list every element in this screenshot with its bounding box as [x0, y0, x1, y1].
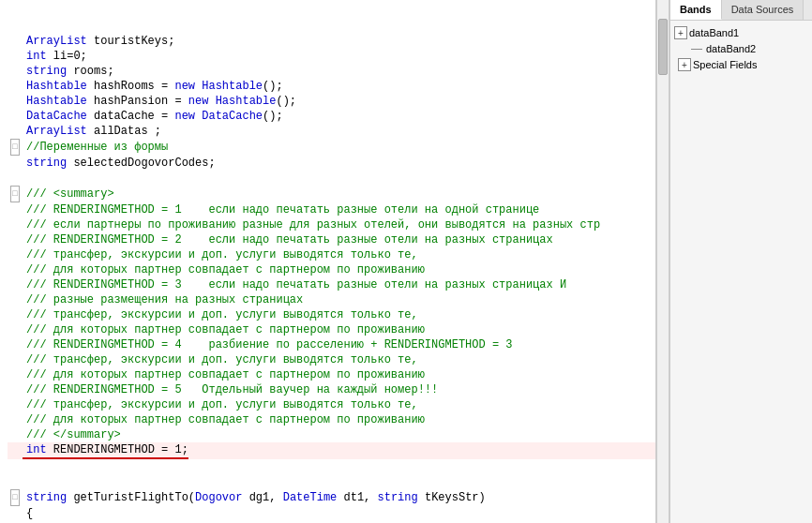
scrollbar[interactable] [656, 0, 669, 523]
line-text: string getTuristFlightTo(Dogovor dg1, Da… [23, 490, 486, 505]
code-line: /// трансфер, экскурсии и доп. услуги вы… [8, 247, 655, 262]
code-line: /// для которых партнер совпадает с парт… [8, 322, 655, 337]
code-line: /// трансфер, экскурсии и доп. услуги вы… [8, 352, 655, 367]
tree-child-line [691, 49, 702, 50]
code-line: /// для которых партнер совпадает с парт… [8, 412, 655, 427]
scrollbar-thumb[interactable] [658, 19, 668, 75]
code-line: /// для которых партнер совпадает с парт… [8, 367, 655, 382]
line-text: Hashtable hashPansion = new Hashtable(); [23, 94, 296, 109]
line-text: ArrayList allDatas ; [23, 124, 161, 139]
line-text: /// RENDERINGMETHOD = 4 разбиение по рас… [23, 337, 512, 352]
code-content: ArrayList touristKeys;int li=0;string ro… [0, 0, 655, 523]
tree-expand-icon[interactable]: + [674, 26, 687, 39]
tree-label-databand1: dataBand1 [689, 27, 739, 38]
line-text: string selectedDogovorCodes; [23, 156, 216, 171]
code-line [8, 171, 655, 186]
code-line: /// RENDERINGMETHOD = 3 если надо печата… [8, 277, 655, 292]
code-line: □//Переменные из формы [8, 139, 655, 156]
line-text: { [23, 506, 33, 521]
line-gutter[interactable]: □ [8, 186, 23, 202]
tree-label-databand2: dataBand2 [706, 43, 756, 54]
line-text: /// RENDERINGMETHOD = 3 если надо печата… [23, 277, 566, 292]
code-line: Hashtable hashRooms = new Hashtable(); [8, 79, 655, 94]
line-text: /// RENDERINGMETHOD = 1 если надо печата… [23, 202, 539, 217]
code-line [8, 474, 655, 489]
code-line: DataCache dataCache = new DataCache(); [8, 109, 655, 124]
tab-datasources[interactable]: Data Sources [722, 0, 804, 20]
line-text: int li=0; [23, 49, 87, 64]
code-line: □string getTuristFlightTo(Dogovor dg1, D… [8, 489, 655, 506]
code-line: string selectedDogovorCodes; [8, 156, 655, 171]
code-line: { [8, 506, 655, 521]
code-line: /// RENDERINGMETHOD = 4 разбиение по рас… [8, 337, 655, 352]
code-line: /// </summary> [8, 427, 655, 442]
tree-area: + dataBand1 dataBand2 + Special Fields [670, 21, 812, 523]
tabs-row: Bands Data Sources [670, 0, 812, 21]
code-line [8, 459, 655, 474]
line-text: /// для которых партнер совпадает с парт… [23, 412, 425, 427]
code-line: /// трансфер, экскурсии и доп. услуги вы… [8, 397, 655, 412]
line-text: string rooms; [23, 64, 114, 79]
tree-item-specialfields[interactable]: + Special Fields [674, 56, 808, 71]
line-text: /// </summary> [23, 427, 121, 442]
line-text: /// RENDERINGMETHOD = 5 Отдельный ваучер… [23, 382, 438, 397]
code-line: int li=0; [8, 49, 655, 64]
code-editor[interactable]: ArrayList touristKeys;int li=0;string ro… [0, 0, 656, 523]
code-line: ArrayList allDatas ; [8, 124, 655, 139]
line-text: int RENDERINGMETHOD = 1; [23, 442, 188, 459]
line-text: /// RENDERINGMETHOD = 2 если надо печата… [23, 232, 553, 247]
line-text: /// трансфер, экскурсии и доп. услуги вы… [23, 307, 418, 322]
code-line: ArrayList touristKeys; [8, 34, 655, 49]
code-line: /// разные размещения на разных страница… [8, 292, 655, 307]
line-text: DataCache dataCache = new DataCache(); [23, 109, 283, 124]
line-text: /// разные размещения на разных страница… [23, 292, 303, 307]
code-line: /// для которых партнер совпадает с парт… [8, 262, 655, 277]
line-text: Hashtable hashRooms = new Hashtable(); [23, 79, 283, 94]
code-line: /// RENDERINGMETHOD = 2 если надо печата… [8, 232, 655, 247]
tree-specialfields-expand-icon[interactable]: + [678, 58, 691, 71]
code-line: Hashtable hashPansion = new Hashtable(); [8, 94, 655, 109]
code-line: □/// <summary> [8, 186, 655, 202]
tree-item-databand1[interactable]: + dataBand1 [674, 24, 808, 41]
line-text: /// трансфер, экскурсии и доп. услуги вы… [23, 352, 418, 367]
code-line: /// RENDERINGMETHOD = 5 Отдельный ваучер… [8, 382, 655, 397]
line-gutter[interactable]: □ [8, 489, 23, 506]
line-gutter[interactable]: □ [8, 139, 23, 156]
line-text: /// трансфер, экскурсии и доп. услуги вы… [23, 397, 418, 412]
tab-bands[interactable]: Bands [670, 0, 722, 20]
tree-child-databand2[interactable]: dataBand2 [674, 41, 808, 56]
line-text: /// для которых партнер совпадает с парт… [23, 322, 425, 337]
line-text: /// для которых партнер совпадает с парт… [23, 367, 425, 382]
code-line: /// трансфер, экскурсии и доп. услуги вы… [8, 307, 655, 322]
code-line: int RENDERINGMETHOD = 1; [8, 442, 655, 459]
line-text: /// трансфер, экскурсии и доп. услуги вы… [23, 247, 418, 262]
line-text: /// для которых партнер совпадает с парт… [23, 262, 425, 277]
code-line: /// RENDERINGMETHOD = 1 если надо печата… [8, 202, 655, 217]
code-line: string rooms; [8, 64, 655, 79]
line-text: /// если партнеры по проживанию разные д… [23, 217, 600, 232]
line-text: ArrayList touristKeys; [23, 34, 174, 49]
line-text: //Переменные из формы [23, 140, 168, 155]
right-panel: Bands Data Sources + dataBand1 dataBand2… [669, 0, 812, 523]
tree-label-specialfields: Special Fields [693, 59, 757, 70]
line-text: /// <summary> [23, 187, 114, 202]
code-line: /// если партнеры по проживанию разные д… [8, 217, 655, 232]
